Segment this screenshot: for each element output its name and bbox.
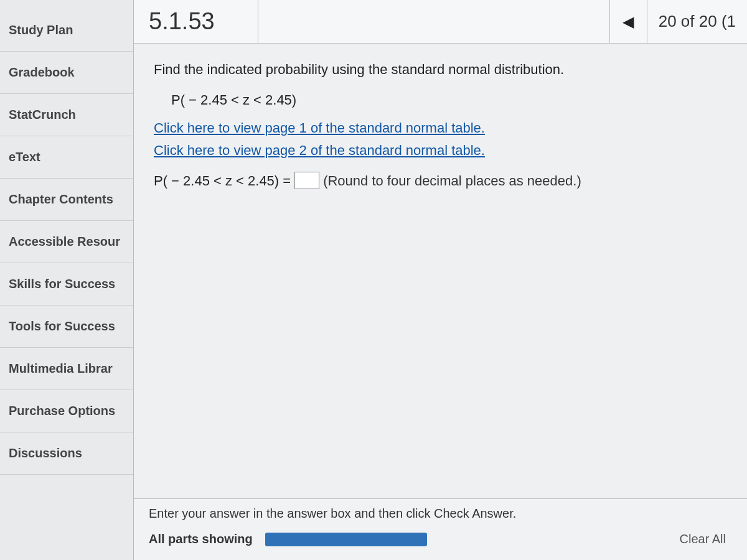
link-normal-table-page2[interactable]: Click here to view page 2 of the standar…: [154, 139, 727, 161]
prev-question-button[interactable]: ◀: [609, 0, 647, 43]
sidebar-item-skills-for-success[interactable]: Skills for Success: [0, 263, 133, 306]
triangle-left-icon: ◀: [622, 13, 634, 30]
bottom-row: All parts showing Clear All: [149, 530, 732, 549]
answer-input[interactable]: [294, 172, 319, 189]
sidebar-item-chapter-contents[interactable]: Chapter Contents: [0, 179, 133, 221]
sidebar-item-etext[interactable]: eText: [0, 136, 133, 179]
sidebar-item-accessible-resources[interactable]: Accessible Resour: [0, 221, 133, 263]
sidebar-item-study-plan[interactable]: Study Plan: [0, 9, 133, 52]
sidebar-item-statcrunch[interactable]: StatCrunch: [0, 94, 133, 136]
topbar: 5.1.53 ◀ 20 of 20 (1: [134, 0, 747, 44]
progress-bar: [265, 533, 427, 546]
sidebar-item-discussions[interactable]: Discussions: [0, 432, 133, 475]
question-content: Find the indicated probability using the…: [134, 44, 747, 498]
sidebar-item-multimedia-library[interactable]: Multimedia Librar: [0, 348, 133, 390]
given-formula: P( − 2.45 < z < 2.45): [171, 89, 727, 111]
question-prompt: Find the indicated probability using the…: [154, 58, 727, 80]
bottombar: Enter your answer in the answer box and …: [134, 498, 747, 560]
answer-hint: (Round to four decimal places as needed.…: [323, 170, 581, 192]
question-counter: 20 of 20 (1: [647, 0, 747, 43]
main-panel: 5.1.53 ◀ 20 of 20 (1 Find the indicated …: [134, 0, 747, 560]
parts-showing-label: All parts showing: [149, 532, 253, 546]
topbar-spacer: [258, 0, 609, 43]
sidebar-item-gradebook[interactable]: Gradebook: [0, 52, 133, 94]
answer-instruction: Enter your answer in the answer box and …: [149, 506, 732, 521]
sidebar: Study Plan Gradebook StatCrunch eText Ch…: [0, 0, 134, 560]
sidebar-item-purchase-options[interactable]: Purchase Options: [0, 390, 133, 432]
clear-all-button[interactable]: Clear All: [674, 530, 732, 549]
question-number: 5.1.53: [134, 0, 258, 43]
link-normal-table-page1[interactable]: Click here to view page 1 of the standar…: [154, 117, 727, 139]
answer-prefix: P( − 2.45 < z < 2.45) =: [154, 170, 291, 192]
sidebar-item-tools-for-success[interactable]: Tools for Success: [0, 306, 133, 348]
answer-row: P( − 2.45 < z < 2.45) = (Round to four d…: [154, 170, 727, 192]
